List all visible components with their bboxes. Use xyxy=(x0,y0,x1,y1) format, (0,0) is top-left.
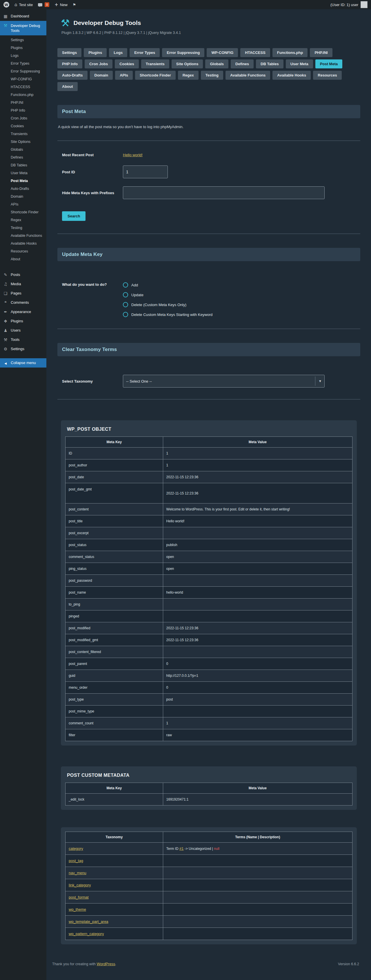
tab[interactable]: Post Meta xyxy=(315,59,342,68)
tab[interactable]: Testing xyxy=(201,71,223,80)
taxonomy-link[interactable]: post_format xyxy=(69,895,89,899)
sidebar-menu-item[interactable]: ❖ Plugins xyxy=(0,317,46,326)
tab[interactable]: DB Tables xyxy=(256,59,283,68)
sidebar-submenu-item[interactable]: Globals xyxy=(0,146,46,154)
tab[interactable]: Shortcode Finder xyxy=(135,71,176,80)
most-recent-post-link[interactable]: Hello world! xyxy=(123,153,143,157)
wordpress-link[interactable]: WordPress xyxy=(97,962,115,966)
radio-option[interactable]: Add xyxy=(123,282,212,288)
sidebar-submenu-item[interactable]: Settings xyxy=(0,36,46,44)
sidebar-submenu-item[interactable]: Error Types xyxy=(0,60,46,68)
sidebar-submenu-item[interactable]: Transients xyxy=(0,130,46,138)
tab[interactable]: PHP Info xyxy=(57,59,82,68)
sidebar-item-developer-debug-tools[interactable]: Developer Debug Tools xyxy=(0,21,46,35)
admin-bar-comments[interactable]: 0 xyxy=(38,2,49,7)
sidebar-submenu-item[interactable]: Logs xyxy=(0,52,46,60)
site-name-link[interactable]: Test site xyxy=(14,3,33,7)
tab[interactable]: Globals xyxy=(205,59,228,68)
taxonomy-link[interactable]: wp_theme xyxy=(69,907,86,912)
taxonomy-link[interactable]: nav_menu xyxy=(69,871,86,875)
tab[interactable]: Error Suppressing xyxy=(162,48,204,57)
sidebar-submenu-item[interactable]: HTACCESS xyxy=(0,83,46,91)
radio-option[interactable]: Update xyxy=(123,292,212,298)
sidebar-submenu-item[interactable]: Available Functions xyxy=(0,232,46,240)
tab[interactable]: APIs xyxy=(115,71,133,80)
tab[interactable]: Error Types xyxy=(129,48,160,57)
sidebar-submenu-item[interactable]: WP-CONFIG xyxy=(0,75,46,83)
tab[interactable]: Cron Jobs xyxy=(84,59,113,68)
tab[interactable]: Defines xyxy=(231,59,254,68)
sidebar-menu-item[interactable]: ✒ Appearance xyxy=(0,307,46,317)
sidebar-submenu-item[interactable]: Auto-Drafts xyxy=(0,185,46,193)
taxonomy-link[interactable]: wp_pattern_category xyxy=(69,932,104,936)
sidebar-submenu-item[interactable]: Available Hooks xyxy=(0,240,46,248)
account-menu[interactable]: (User ID: 1) user xyxy=(330,3,358,7)
sidebar-submenu-item[interactable]: PHP Info xyxy=(0,107,46,115)
sidebar-submenu-item[interactable]: APIs xyxy=(0,200,46,208)
sidebar-submenu-item[interactable]: Post Meta xyxy=(0,177,46,185)
sidebar-submenu-item[interactable]: Cron Jobs xyxy=(0,115,46,123)
sidebar-submenu-item[interactable]: PHP.INI xyxy=(0,99,46,107)
sidebar-submenu-item[interactable]: Plugins xyxy=(0,44,46,52)
post-id-input[interactable] xyxy=(123,165,168,178)
tab[interactable]: Resources xyxy=(313,71,341,80)
sidebar-submenu-item[interactable]: Regex xyxy=(0,216,46,224)
tab[interactable]: WP-CONFIG xyxy=(207,48,238,57)
sidebar-submenu-item[interactable]: Shortcode Finder xyxy=(0,208,46,216)
sidebar-menu-item[interactable]: ♟ Users xyxy=(0,326,46,335)
radio-input[interactable] xyxy=(123,312,128,317)
taxonomy-link[interactable]: link_category xyxy=(69,883,91,887)
sidebar-submenu-item[interactable]: About xyxy=(0,255,46,263)
tab[interactable]: Functions.php xyxy=(272,48,308,57)
sidebar-menu-item[interactable]: ⚒ Tools xyxy=(0,335,46,344)
collapse-menu-button[interactable]: Collapse menu xyxy=(0,358,46,368)
new-content-button[interactable]: New xyxy=(54,3,67,7)
taxonomy-link[interactable]: post_tag xyxy=(69,859,83,863)
sidebar-submenu-item[interactable]: Testing xyxy=(0,224,46,232)
tab[interactable]: Available Functions xyxy=(226,71,270,80)
sidebar-menu-item[interactable]: ❝ Comments xyxy=(0,298,46,307)
taxonomy-link[interactable]: category xyxy=(69,846,83,851)
tab[interactable]: Settings xyxy=(57,48,81,57)
term-id-link[interactable]: #1 xyxy=(180,846,183,851)
tab[interactable]: Plugins xyxy=(84,48,107,57)
avatar[interactable] xyxy=(361,1,368,8)
sidebar-submenu-item[interactable]: Error Suppressing xyxy=(0,68,46,75)
taxonomy-select[interactable]: -- Select One -- xyxy=(123,375,325,388)
sidebar-submenu-item[interactable]: Site Options xyxy=(0,138,46,146)
tab[interactable]: Available Hooks xyxy=(272,71,311,80)
hide-prefixes-input[interactable] xyxy=(123,186,325,199)
sidebar-submenu-item[interactable]: User Meta xyxy=(0,169,46,177)
tab[interactable]: PHP.INI xyxy=(310,48,332,57)
radio-input[interactable] xyxy=(123,282,128,288)
radio-option[interactable]: Delete (Custom Meta Keys Only) xyxy=(123,302,212,307)
search-button[interactable]: Search xyxy=(62,211,86,221)
sidebar-menu-item[interactable]: ♫ Media xyxy=(0,279,46,289)
sidebar-submenu-item[interactable]: Resources xyxy=(0,248,46,255)
tab[interactable]: HTACCESS xyxy=(240,48,270,57)
wordpress-logo-icon[interactable]: W xyxy=(3,2,9,8)
tab[interactable]: Site Options xyxy=(172,59,203,68)
tab[interactable]: About xyxy=(57,82,78,91)
tab[interactable]: Auto-Drafts xyxy=(57,71,88,80)
taxonomy-link[interactable]: wp_template_part_area xyxy=(69,920,108,924)
radio-input[interactable] xyxy=(123,292,128,298)
sidebar-menu-item[interactable]: ✎ Posts xyxy=(0,270,46,279)
tab[interactable]: Regex xyxy=(178,71,199,80)
radio-input[interactable] xyxy=(123,302,128,307)
tab[interactable]: Logs xyxy=(109,48,127,57)
sidebar-menu-item[interactable]: ⚙ Settings xyxy=(0,344,46,354)
radio-option[interactable]: Delete Custom Meta Keys Starting with Ke… xyxy=(123,312,212,317)
sidebar-submenu-item[interactable]: Defines xyxy=(0,154,46,161)
debug-flag-button[interactable] xyxy=(73,3,76,7)
tab[interactable]: User Meta xyxy=(286,59,313,68)
sidebar-submenu-item[interactable]: Cookies xyxy=(0,123,46,130)
sidebar-submenu-item[interactable]: DB Tables xyxy=(0,161,46,169)
tab[interactable]: Transients xyxy=(141,59,169,68)
sidebar-submenu-item[interactable]: Domain xyxy=(0,193,46,200)
sidebar-item-dashboard[interactable]: Dashboard xyxy=(0,11,46,21)
sidebar-menu-item[interactable]: ❏ Pages xyxy=(0,289,46,298)
sidebar-submenu-item[interactable]: Functions.php xyxy=(0,91,46,99)
tab[interactable]: Domain xyxy=(90,71,113,80)
tab[interactable]: Cookies xyxy=(115,59,139,68)
